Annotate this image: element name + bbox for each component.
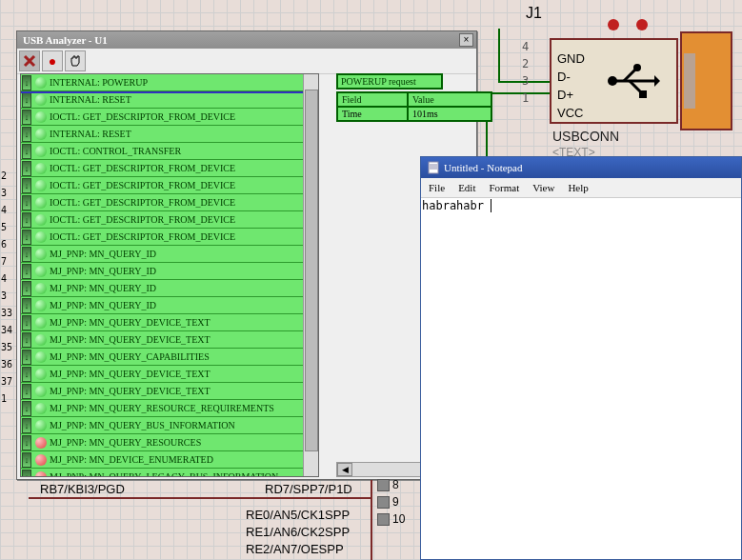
event-row[interactable]: ↓MJ_PNP: MN_QUERY_ID [21,297,318,314]
event-text: MJ_PNP: MN_QUERY_DEVICE_TEXT [50,334,211,345]
status-dot-icon [35,369,47,380]
event-text: MJ_PNP: MN_QUERY_ID [50,300,156,310]
event-row[interactable]: ↓MJ_PNP: MN_QUERY_LEGACY_BUS_INFORMATION [21,469,318,477]
scrollbar-vertical[interactable] [303,74,318,476]
event-row[interactable]: ↓IOCTL: GET_DESCRIPTOR_FROM_DEVICE [21,177,318,194]
event-text: MJ_PNP: MN_QUERY_ID [50,283,156,293]
event-text: INTERNAL: POWERUP [50,77,148,88]
arrow-down-icon: ↓ [22,315,31,330]
event-row[interactable]: ↓MJ_PNP: MN_QUERY_ID [21,246,318,263]
event-row[interactable]: ↓INTERNAL: RESET [21,91,318,109]
status-dot-icon [35,231,47,243]
event-text: MJ_PNP: MN_QUERY_CAPABILITIES [50,351,210,362]
event-row[interactable]: ↓MJ_PNP: MN_QUERY_RESOURCE_REQUIREMENTS [21,400,318,417]
arrow-down-icon: ↓ [22,384,31,399]
detail-title: POWERUP request [336,73,443,90]
svg-point-4 [633,64,641,71]
arrow-down-icon: ↓ [22,144,31,159]
notepad-window[interactable]: Untitled - Notepad File Edit Format View… [420,156,742,560]
event-row[interactable]: ↓MJ_PNP: MN_QUERY_CAPABILITIES [21,349,318,366]
package-edge-h [29,497,371,499]
status-dot-icon [35,77,47,89]
pin-label-dplus: D+ [557,86,585,104]
status-dot-icon [35,283,47,294]
th-value: Value [408,92,491,107]
event-row[interactable]: ↓MJ_PNP: MN_QUERY_DEVICE_TEXT [21,383,318,400]
svg-rect-9 [429,162,438,173]
usb-connector-body[interactable]: GND D- D+ VCC [550,38,678,124]
menu-format[interactable]: Format [483,180,525,195]
package-edge [371,480,372,560]
pinnum-8: 8 [392,478,399,491]
arrow-down-icon: ↓ [22,127,31,142]
event-list[interactable]: ↓INTERNAL: POWERUP↓INTERNAL: RESET↓IOCTL… [20,73,319,477]
status-dot-icon [35,266,47,277]
status-dot-icon [35,403,47,414]
record-button[interactable]: ● [42,50,63,71]
event-row[interactable]: ↓INTERNAL: RESET [21,126,318,143]
close-x-button[interactable] [19,50,40,71]
probe-dot [608,19,619,30]
pin-re1: RE1/AN6/CK2SPP [246,525,350,539]
notepad-icon [427,161,440,174]
event-row[interactable]: ↓INTERNAL: POWERUP [21,74,318,91]
status-dot-icon [35,163,47,174]
event-text: INTERNAL: RESET [50,94,131,105]
status-dot-icon [35,214,47,226]
event-row[interactable]: ↓MJ_PNP: MN_QUERY_BUS_INFORMATION [21,417,318,434]
status-dot-icon [35,129,47,140]
usb-analyzer-window[interactable]: USB Analyzer - U1 × ● ↓INTERNAL: POWERUP… [16,30,477,480]
arrow-down-icon: ↓ [22,161,31,176]
menu-help[interactable]: Help [562,180,593,195]
event-row[interactable]: ↓MJ_PNP: MN_QUERY_ID [21,280,318,297]
notepad-content: habrahabr [422,199,484,212]
menu-view[interactable]: View [527,180,560,195]
event-row[interactable]: ↓IOCTL: CONTROL_TRANSFER [21,143,318,160]
pin-2: 2 [522,57,529,70]
arrow-down-icon: ↓ [22,470,31,478]
svg-marker-2 [654,75,660,87]
ruler: 234 567 4333 343536 371 [1,170,12,410]
arrow-down-icon: ↓ [22,332,31,348]
menu-edit[interactable]: Edit [452,180,481,195]
event-row[interactable]: ↓IOCTL: GET_DESCRIPTOR_FROM_DEVICE [21,109,318,126]
arrow-down-icon: ↓ [22,281,31,296]
status-dot-icon [35,386,47,397]
event-row[interactable]: ↓MJ_PNP: MN_DEVICE_ENUMERATED [21,451,318,469]
event-row[interactable]: ↓IOCTL: GET_DESCRIPTOR_FROM_DEVICE [21,229,318,246]
event-text: INTERNAL: RESET [50,129,131,139]
status-dot-icon [35,94,47,106]
th-field: Field [337,92,408,107]
close-button[interactable]: × [459,33,473,47]
detail-pane: POWERUP request Field Value Time 101ms [336,73,492,130]
usb-trident-icon [591,40,676,122]
pinnum-10: 10 [392,512,405,526]
arrow-down-icon: ↓ [22,247,31,262]
event-row[interactable]: ↓MJ_PNP: MN_QUERY_RESOURCES [21,434,318,451]
window-title[interactable]: USB Analyzer - U1 [17,31,476,49]
event-row[interactable]: ↓MJ_PNP: MN_QUERY_DEVICE_TEXT [21,314,318,331]
arrow-down-icon: ↓ [22,298,31,313]
scroll-left-button[interactable]: ◀ [337,463,352,476]
arrow-down-icon: ↓ [22,92,31,108]
notepad-title[interactable]: Untitled - Notepad [421,157,741,178]
pan-hand-button[interactable] [65,50,86,71]
status-dot-icon [35,437,47,449]
event-row[interactable]: ↓MJ_PNP: MN_QUERY_ID [21,263,318,280]
status-dot-icon [35,317,47,329]
event-text: MJ_PNP: MN_QUERY_RESOURCES [50,437,201,448]
event-row[interactable]: ↓IOCTL: GET_DESCRIPTOR_FROM_DEVICE [21,160,318,177]
event-row[interactable]: ↓IOCTL: GET_DESCRIPTOR_FROM_DEVICE [21,194,318,211]
notepad-textarea[interactable]: habrahabr [421,198,741,213]
event-row[interactable]: ↓MJ_PNP: MN_QUERY_DEVICE_TEXT [21,331,318,349]
status-dot-icon [35,334,47,346]
arrow-down-icon: ↓ [22,178,31,193]
arrow-down-icon: ↓ [22,195,31,210]
td-timeval: 101ms [408,107,491,121]
arrow-down-icon: ↓ [22,212,31,228]
scroll-thumb[interactable] [305,90,318,451]
event-row[interactable]: ↓MJ_PNP: MN_QUERY_DEVICE_TEXT [21,366,318,383]
event-row[interactable]: ↓IOCTL: GET_DESCRIPTOR_FROM_DEVICE [21,211,318,229]
pin-re2: RE2/AN7/OESPP [246,542,344,556]
menu-file[interactable]: File [423,180,451,195]
